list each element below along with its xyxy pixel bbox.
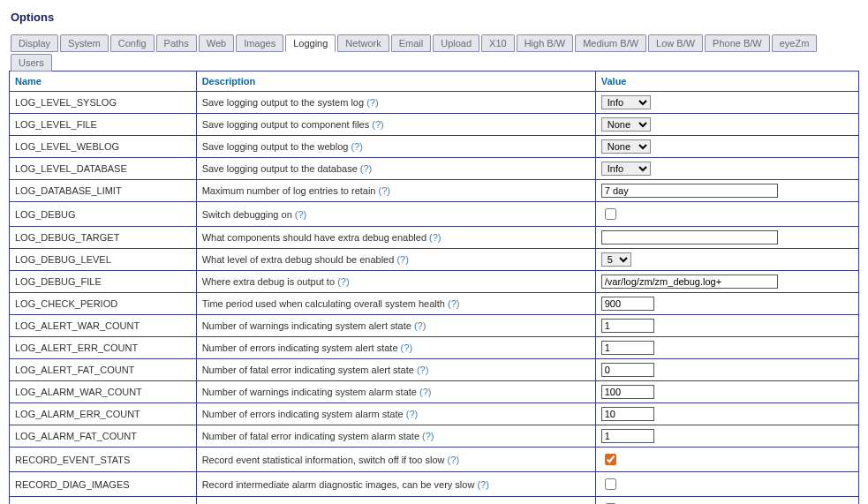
option-description: Number of warnings indicating system ala… [196,381,595,403]
option-name: RECORD_EVENT_STATS [10,448,197,472]
option-description: Number of errors indicating system alarm… [196,403,595,425]
help-icon[interactable]: (?) [419,387,431,397]
option-description: Save logging output to the weblog (?) [196,136,595,158]
help-icon[interactable]: (?) [379,185,390,196]
help-icon[interactable]: (?) [448,455,459,465]
option-input[interactable] [601,385,654,399]
option-name: LOG_LEVEL_FILE [10,114,197,136]
help-icon[interactable]: (?) [422,431,434,441]
tab-config[interactable]: Config [110,34,155,52]
option-name: DUMP_CORES [10,497,197,505]
help-icon[interactable]: (?) [417,365,428,375]
option-select[interactable]: Info [601,95,651,109]
tab-email[interactable]: Email [391,34,432,52]
table-row: LOG_ALARM_FAT_COUNTNumber of fatal error… [10,425,859,448]
option-value-cell: None [595,136,858,158]
option-description-text: Number of warnings indicating system ale… [202,320,411,331]
option-description-text: Number of errors indicating system alarm… [202,409,404,419]
option-description: Time period used when calculating overal… [196,293,595,315]
table-row: LOG_DEBUG_FILEWhere extra debug is outpu… [10,271,859,293]
help-icon[interactable]: (?) [396,254,408,265]
option-description: Save logging output to component files (… [196,114,595,136]
tab-eyezm[interactable]: eyeZm [772,34,818,52]
option-value-cell [595,315,858,337]
option-description: Number of fatal error indicating system … [196,425,595,448]
option-description: Create core files on unexpected process … [196,497,595,505]
help-icon[interactable]: (?) [372,119,383,130]
help-icon[interactable]: (?) [351,141,362,152]
tab-high-b-w[interactable]: High B/W [517,34,573,52]
tab-upload[interactable]: Upload [433,34,479,52]
help-icon[interactable]: (?) [406,409,418,419]
option-input[interactable] [601,341,654,355]
option-name: LOG_ALARM_FAT_COUNT [10,425,197,448]
help-icon[interactable]: (?) [360,163,372,174]
tab-paths[interactable]: Paths [156,34,197,52]
option-description: Number of warnings indicating system ale… [196,315,595,337]
table-row: LOG_LEVEL_SYSLOGSave logging output to t… [10,92,859,114]
tab-system[interactable]: System [60,34,109,52]
help-icon[interactable]: (?) [337,276,349,287]
option-name: LOG_ALARM_WAR_COUNT [10,381,197,403]
option-description: Number of errors indicating system alert… [196,337,595,359]
tab-logging[interactable]: Logging [285,34,336,52]
option-description-text: Maximum number of log entries to retain [202,185,376,196]
tab-x10[interactable]: X10 [481,34,515,52]
option-select[interactable]: 5 [601,252,631,267]
option-input[interactable] [601,407,654,421]
table-row: LOG_DEBUG_TARGETWhat components should h… [10,227,859,249]
option-input[interactable] [601,429,654,443]
table-row: LOG_ALERT_FAT_COUNTNumber of fatal error… [10,359,859,381]
option-name: LOG_LEVEL_DATABASE [10,158,197,180]
option-value-cell [595,425,858,448]
option-input[interactable] [601,297,654,311]
option-description: Where extra debug is output to (?) [196,271,595,293]
help-icon[interactable]: (?) [448,298,459,309]
table-row: RECORD_EVENT_STATSRecord event statistic… [10,448,859,472]
option-input[interactable] [601,184,778,198]
option-input[interactable] [601,363,654,377]
options-table: Name Description Value LOG_LEVEL_SYSLOGS… [9,71,859,504]
option-description-text: Record event statistical information, sw… [202,455,445,465]
help-icon[interactable]: (?) [429,232,441,243]
option-checkbox[interactable] [605,208,616,220]
help-icon[interactable]: (?) [477,479,488,490]
option-checkbox[interactable] [605,478,616,490]
option-description-text: Save logging output to the weblog [202,141,349,152]
option-input[interactable] [601,319,654,333]
option-description-text: Record intermediate alarm diagnostic ima… [202,479,475,490]
table-row: RECORD_DIAG_IMAGESRecord intermediate al… [10,472,859,497]
option-value-cell [595,180,858,202]
option-description: Switch debugging on (?) [196,202,595,227]
tab-images[interactable]: Images [236,34,283,52]
option-description-text: Save logging output to component files [202,119,370,130]
tab-phone-b-w[interactable]: Phone B/W [705,34,770,52]
option-input[interactable] [601,275,778,289]
tab-web[interactable]: Web [199,34,234,52]
option-name: LOG_ALARM_ERR_COUNT [10,403,197,425]
tab-display[interactable]: Display [11,34,58,52]
option-name: LOG_ALERT_WAR_COUNT [10,315,197,337]
option-description: Maximum number of log entries to retain … [196,180,595,202]
tab-medium-b-w[interactable]: Medium B/W [575,34,646,52]
option-description-text: Time period used when calculating overal… [202,298,445,309]
option-select[interactable]: None [601,117,651,132]
option-name: LOG_ALERT_FAT_COUNT [10,359,197,381]
option-select[interactable]: Info [601,162,651,176]
help-icon[interactable]: (?) [366,97,378,108]
tab-network[interactable]: Network [337,34,389,52]
option-select[interactable]: None [601,139,651,154]
help-icon[interactable]: (?) [414,320,426,331]
table-row: LOG_ALERT_ERR_COUNTNumber of errors indi… [10,337,859,359]
option-description: Record intermediate alarm diagnostic ima… [196,472,595,497]
help-icon[interactable]: (?) [401,342,412,353]
option-name: LOG_DATABASE_LIMIT [10,180,197,202]
tab-low-b-w[interactable]: Low B/W [648,34,703,52]
option-input[interactable] [601,230,778,244]
tab-users[interactable]: Users [11,54,52,71]
option-checkbox[interactable] [605,454,616,465]
table-row: LOG_LEVEL_FILESave logging output to com… [10,114,859,136]
help-icon[interactable]: (?) [295,209,306,220]
col-header-value: Value [595,71,858,92]
table-row: LOG_ALERT_WAR_COUNTNumber of warnings in… [10,315,859,337]
